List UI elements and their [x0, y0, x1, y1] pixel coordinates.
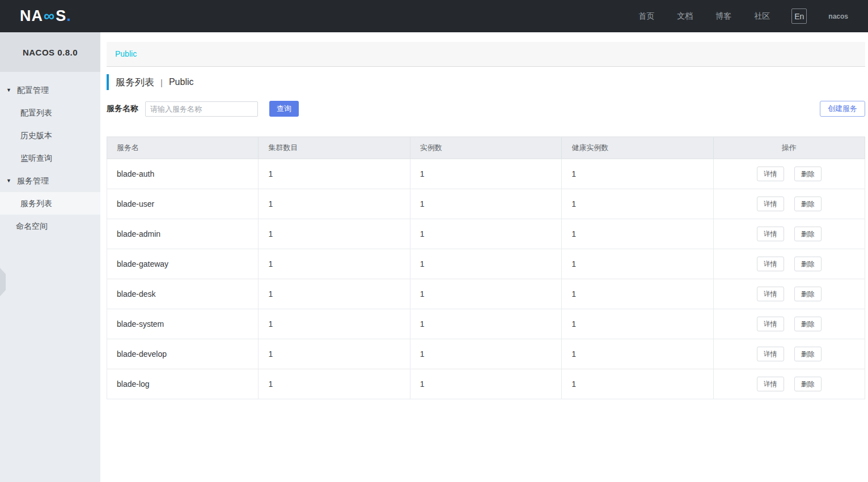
namespace-label: Public	[169, 77, 194, 87]
instance-count-cell: 1	[410, 219, 561, 249]
cluster-count-cell: 1	[259, 309, 410, 339]
detail-button[interactable]: 详情	[757, 377, 784, 391]
delete-button[interactable]: 删除	[794, 317, 822, 331]
language-toggle[interactable]: En	[791, 8, 807, 24]
breadcrumb-namespace-link[interactable]: Public	[115, 49, 137, 58]
table-row: blade-develop 1 1 1 详情 删除	[107, 339, 865, 369]
table-header-cluster-count: 集群数目	[259, 137, 410, 159]
logo-text-na: NA	[20, 7, 43, 24]
table-row: blade-desk 1 1 1 详情 删除	[107, 279, 865, 309]
infinity-icon: ∞	[43, 7, 56, 24]
detail-button[interactable]: 详情	[757, 227, 784, 241]
sidebar-group-label: 服务管理	[17, 169, 49, 192]
nacos-logo[interactable]: NA∞S.	[20, 7, 71, 25]
sidebar-item-label: 命名空间	[16, 215, 48, 237]
sidebar-item-label: 服务列表	[20, 192, 52, 215]
instance-count-cell: 1	[410, 279, 561, 309]
nav-item-home[interactable]: 首页	[638, 11, 654, 22]
nav-item-community[interactable]: 社区	[754, 11, 770, 22]
service-name-cell: blade-auth	[107, 159, 259, 189]
healthy-instance-count-cell: 1	[562, 369, 713, 399]
detail-button[interactable]: 详情	[757, 257, 784, 271]
query-button[interactable]: 查询	[269, 101, 299, 117]
breadcrumb: Public	[107, 42, 865, 67]
delete-button[interactable]: 删除	[794, 257, 822, 271]
healthy-instance-count-cell: 1	[562, 159, 713, 189]
detail-button[interactable]: 详情	[757, 167, 784, 181]
main-content: Public 服务列表 | Public 服务名称 查询 创建服务 服务名 集群…	[100, 32, 868, 482]
cluster-count-cell: 1	[259, 189, 410, 219]
triangle-down-icon: ▼	[6, 169, 12, 192]
cluster-count-cell: 1	[259, 339, 410, 369]
delete-button[interactable]: 删除	[794, 377, 822, 391]
service-name-cell: blade-gateway	[107, 249, 259, 279]
sidebar-item-namespace[interactable]: 命名空间	[0, 215, 100, 237]
nav-item-blog[interactable]: 博客	[715, 11, 731, 22]
instance-count-cell: 1	[410, 339, 561, 369]
page-title-row: 服务列表 | Public	[107, 74, 865, 91]
nav-item-docs[interactable]: 文档	[677, 11, 693, 22]
sidebar-group-config-management[interactable]: ▼ 配置管理	[0, 79, 100, 101]
sidebar-nav: ▼ 配置管理 配置列表 历史版本 监听查询 ▼ 服务管理 服务列表 命名空间	[0, 72, 100, 237]
actions-cell: 详情 删除	[713, 309, 865, 339]
table-row: blade-admin 1 1 1 详情 删除	[107, 219, 865, 249]
sidebar-collapse-handle[interactable]	[0, 268, 6, 296]
service-name-cell: blade-log	[107, 369, 259, 399]
instance-count-cell: 1	[410, 249, 561, 279]
title-separator: |	[160, 78, 163, 87]
service-name-cell: blade-develop	[107, 339, 259, 369]
table-row: blade-user 1 1 1 详情 删除	[107, 189, 865, 219]
service-name-input[interactable]	[145, 101, 258, 117]
services-table: 服务名 集群数目 实例数 健康实例数 操作 blade-auth 1 1 1 详…	[107, 137, 865, 399]
sidebar-item-service-list[interactable]: 服务列表	[0, 192, 100, 215]
sidebar-group-label: 配置管理	[17, 79, 49, 101]
triangle-down-icon: ▼	[6, 79, 12, 101]
logo-text-s: S	[56, 7, 66, 24]
sidebar-item-label: 监听查询	[20, 147, 52, 169]
detail-button[interactable]: 详情	[757, 347, 784, 361]
actions-cell: 详情 删除	[713, 279, 865, 309]
table-row: blade-auth 1 1 1 详情 删除	[107, 159, 865, 189]
cluster-count-cell: 1	[259, 219, 410, 249]
table-row: blade-gateway 1 1 1 详情 删除	[107, 249, 865, 279]
healthy-instance-count-cell: 1	[562, 219, 713, 249]
delete-button[interactable]: 删除	[794, 197, 822, 211]
table-row: blade-log 1 1 1 详情 删除	[107, 369, 865, 399]
actions-cell: 详情 删除	[713, 339, 865, 369]
table-row: blade-system 1 1 1 详情 删除	[107, 309, 865, 339]
delete-button[interactable]: 删除	[794, 347, 822, 361]
instance-count-cell: 1	[410, 159, 561, 189]
actions-cell: 详情 删除	[713, 249, 865, 279]
delete-button[interactable]: 删除	[794, 167, 822, 181]
username[interactable]: nacos	[828, 12, 848, 20]
sidebar-item-listening-query[interactable]: 监听查询	[0, 147, 100, 169]
instance-count-cell: 1	[410, 309, 561, 339]
table-header-instance-count: 实例数	[410, 137, 561, 159]
cluster-count-cell: 1	[259, 369, 410, 399]
service-name-label: 服务名称	[107, 104, 138, 114]
sidebar: NACOS 0.8.0 ▼ 配置管理 配置列表 历史版本 监听查询 ▼ 服务管理…	[0, 32, 100, 482]
service-name-cell: blade-system	[107, 309, 259, 339]
top-navbar: NA∞S. 首页 文档 博客 社区 En nacos	[0, 0, 868, 32]
top-nav-links: 首页 文档 博客 社区 En nacos	[616, 8, 848, 24]
sidebar-item-history-versions[interactable]: 历史版本	[0, 124, 100, 147]
detail-button[interactable]: 详情	[757, 317, 784, 331]
actions-cell: 详情 删除	[713, 189, 865, 219]
sidebar-group-service-management[interactable]: ▼ 服务管理	[0, 169, 100, 192]
instance-count-cell: 1	[410, 369, 561, 399]
detail-button[interactable]: 详情	[757, 197, 784, 211]
cluster-count-cell: 1	[259, 249, 410, 279]
delete-button[interactable]: 删除	[794, 287, 822, 301]
actions-cell: 详情 删除	[713, 369, 865, 399]
create-service-button[interactable]: 创建服务	[820, 101, 865, 117]
detail-button[interactable]: 详情	[757, 287, 784, 301]
actions-cell: 详情 删除	[713, 219, 865, 249]
healthy-instance-count-cell: 1	[562, 309, 713, 339]
sidebar-version-title: NACOS 0.8.0	[0, 32, 100, 72]
delete-button[interactable]: 删除	[794, 227, 822, 241]
search-toolbar: 服务名称 查询 创建服务	[107, 101, 865, 117]
sidebar-item-config-list[interactable]: 配置列表	[0, 101, 100, 124]
healthy-instance-count-cell: 1	[562, 339, 713, 369]
sidebar-item-label: 配置列表	[20, 101, 52, 124]
table-header-row: 服务名 集群数目 实例数 健康实例数 操作	[107, 137, 865, 159]
